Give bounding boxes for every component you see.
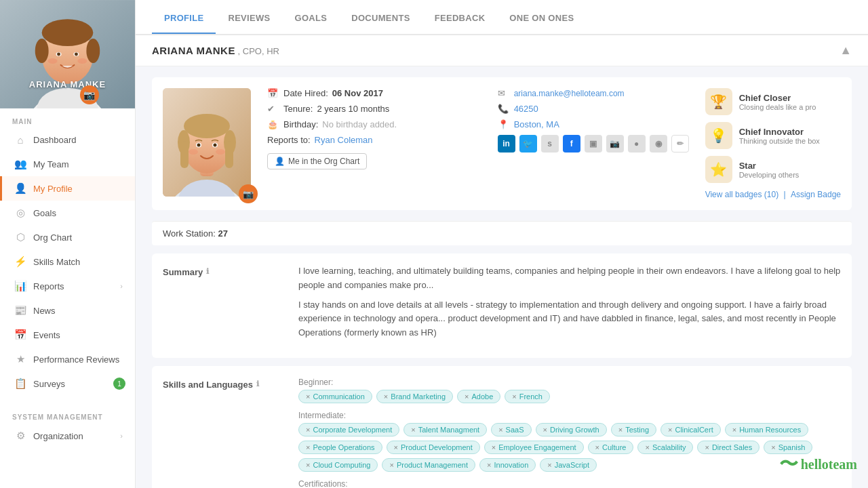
tab-documents[interactable]: DOCUMENTS [339,2,422,34]
skill-tag-communication[interactable]: × Communication [298,390,372,403]
facebook-icon[interactable]: f [563,135,580,152]
assign-badge-link[interactable]: Assign Badge [791,190,841,199]
profile-title: , CPO, HR [238,46,279,56]
tab-one-on-ones[interactable]: ONE ON ONES [497,2,586,34]
location-link[interactable]: Boston, MA [514,119,559,129]
social-icon-5[interactable]: ▣ [585,135,602,152]
workstation-row: Work Station: 27 [152,221,852,245]
sidebar-item-skills-match[interactable]: ⚡ Skills Match [0,249,135,274]
sidebar-label-performance-reviews: Performance Reviews [33,354,119,365]
summary-label: Summary [163,267,203,277]
badge-icon-star: ⭐ [705,156,732,183]
beginner-tags: × Communication × Brand Marketing × Adob… [298,390,841,403]
certifications-label: Certifications: [298,479,366,488]
linkedin-icon[interactable]: in [498,135,515,152]
skill-tag-scalability[interactable]: × Scalability [637,441,693,454]
profile-full-name: ARIANA MANKE [152,45,235,56]
twitter-icon[interactable]: 🐦 [519,135,537,152]
sidebar-item-news[interactable]: 📰 News [0,298,135,323]
phone-link[interactable]: 46250 [514,104,538,114]
skill-tag-clinicalcert[interactable]: × ClinicalCert [660,423,721,436]
view-all-badges-link[interactable]: View all badges (10) [705,190,779,199]
birthday-value: No birthday added. [322,119,397,129]
social-icon-6[interactable]: 📷 [606,135,624,152]
skill-tag-employee-eng[interactable]: × Employee Engagement [484,441,584,454]
badge-sub-innovator: Thinking outside the box [739,137,820,145]
sidebar-label-goals: Goals [33,208,56,218]
location-row: 📍 Boston, MA [498,119,689,129]
sidebar-item-events[interactable]: 📅 Events [0,323,135,347]
social-icon-3[interactable]: s [541,135,559,152]
skill-tag-corp-dev[interactable]: × Corporate Development [298,423,399,436]
skill-tag-js[interactable]: × JavaScript [540,458,597,472]
sidebar-profile-area: ARIANA MANKE 📷 [0,0,135,108]
skill-tag-direct-sales[interactable]: × Direct Sales [697,441,760,454]
skill-tag-adobe[interactable]: × Adobe [457,390,500,403]
badge-title-star: Star [739,161,800,171]
sidebar-item-dashboard[interactable]: ⌂ Dashboard [0,128,135,152]
photo-camera-button[interactable]: 📷 [239,184,258,203]
profile-menu-icon[interactable]: ▲ [840,43,852,57]
sidebar-label-dashboard: Dashboard [33,135,77,145]
skill-tag-french[interactable]: × French [505,390,550,403]
sidebar-user-name: ARIANA MANKE [0,79,135,89]
sidebar-item-my-profile[interactable]: 👤 My Profile [0,176,135,201]
skill-tag-driving-growth[interactable]: × Driving Growth [536,423,607,436]
svg-point-28 [189,149,198,155]
sidebar-item-my-team[interactable]: 👥 My Team [0,152,135,176]
sidebar-camera-button[interactable]: 📷 [80,85,99,104]
helloteam-check-icon: 〜 [779,451,798,477]
skill-tag-testing[interactable]: × Testing [611,423,656,436]
beginner-label: Beginner: [298,378,366,387]
skill-tag-product-mgmt[interactable]: × Product Management [382,458,475,472]
sidebar-label-reports: Reports [33,281,64,291]
tab-nav: PROFILE REVIEWS GOALS DOCUMENTS FEEDBACK… [136,0,868,35]
goals-icon: ◎ [14,207,26,219]
sidebar-label-org-chart: Org Chart [33,232,72,243]
sidebar-item-performance-reviews[interactable]: ★ Performance Reviews [0,347,135,371]
org-chart-icon: ⬡ [14,231,26,243]
sidebar-item-reports[interactable]: 📊 Reports › [0,274,135,298]
skill-tag-people-ops[interactable]: × People Operations [298,441,382,454]
sidebar-item-organization[interactable]: ⚙ Organization › [0,424,135,448]
skill-tag-saas[interactable]: × SaaS [491,423,531,436]
skill-tag-product-dev[interactable]: × Product Development [387,441,480,454]
surveys-badge: 1 [113,378,125,390]
email-row: ✉ ariana.manke@helloteam.com [498,88,689,98]
org-chart-icon-btn: 👤 [275,157,285,166]
skill-tag-brand-marketing[interactable]: × Brand Marketing [376,390,453,403]
sidebar-item-goals[interactable]: ◎ Goals [0,201,135,225]
email-link[interactable]: ariana.manke@helloteam.com [514,89,625,98]
reports-to-link[interactable]: Ryan Coleman [315,135,373,145]
edit-social-icon[interactable]: ✏ [671,135,689,152]
skill-tag-talent[interactable]: × Talent Managment [403,423,487,436]
sidebar-item-surveys[interactable]: 📋 Surveys 1 [0,371,135,396]
tab-profile[interactable]: PROFILE [152,2,216,34]
skill-tag-hr[interactable]: × Human Resources [725,423,809,436]
social-icon-8[interactable]: ◉ [650,135,667,152]
skill-tag-cloud[interactable]: × Cloud Computing [298,458,378,472]
tab-goals[interactable]: GOALS [283,2,340,34]
sidebar-item-org-chart[interactable]: ⬡ Org Chart [0,225,135,249]
skill-tag-culture[interactable]: × Culture [588,441,634,454]
skill-tag-innovation[interactable]: × Innovation [479,458,536,472]
summary-info-icon: ℹ [206,267,209,276]
tenure-value: 2 years 10 months [317,104,389,114]
badge-sub-closer: Closing deals like a pro [739,103,816,111]
svg-rect-23 [225,141,233,168]
tab-reviews[interactable]: REVIEWS [216,2,282,34]
badge-star: ⭐ Star Developing others [705,156,841,183]
tab-feedback[interactable]: FEEDBACK [422,2,498,34]
profile-header: ARIANA MANKE , CPO, HR ▲ [136,35,868,66]
profile-header-actions: ▲ [840,43,852,58]
org-chart-button[interactable]: 👤 Me in the Org Chart [267,153,367,169]
reports-to-row: Reports to: Ryan Coleman [267,135,481,145]
svg-point-26 [197,144,201,147]
social-icon-7[interactable]: ● [628,135,646,152]
skills-section: Skills and Languages ℹ Beginner: × Commu… [152,366,852,488]
profile-icon: 👤 [14,182,26,195]
beginner-skills-row: Beginner: × Communication × Brand Market… [298,377,841,403]
sidebar-system-label: SYSTEM MANAGEMENT [0,404,135,424]
org-chart-row: 👤 Me in the Org Chart [267,150,481,169]
skills-label: Skills and Languages [163,380,253,390]
